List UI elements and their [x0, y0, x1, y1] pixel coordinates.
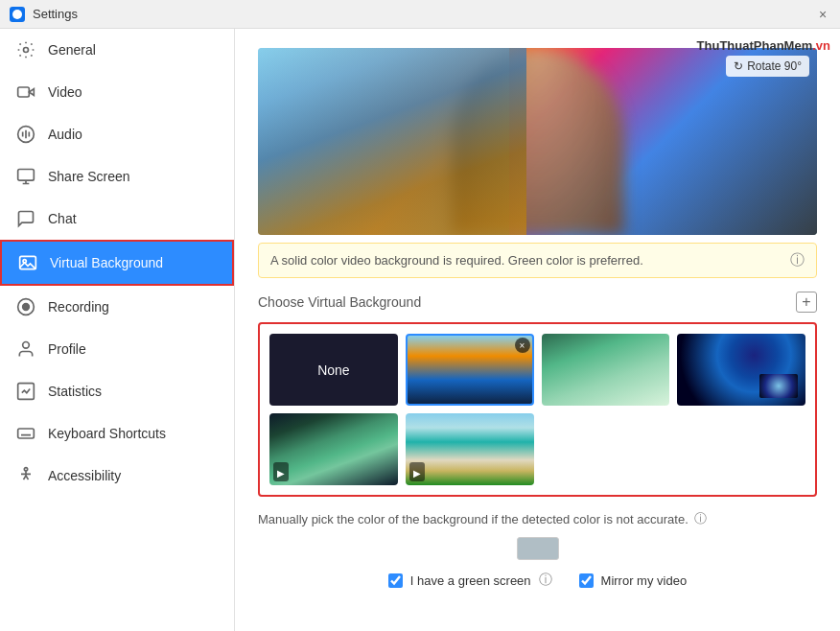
video-badge-icon-2: ▶: [413, 468, 421, 479]
bg-item-northern-lights[interactable]: ▶: [269, 413, 398, 485]
svg-point-0: [12, 10, 22, 19]
bg-item-space[interactable]: [677, 334, 805, 406]
rotate-icon: ↻: [734, 59, 743, 73]
sidebar-label-virtual-background: Virtual Background: [50, 255, 163, 270]
window-title: Settings: [33, 7, 78, 21]
sidebar-label-audio: Audio: [48, 127, 82, 142]
mirror-video-checkbox[interactable]: [579, 573, 594, 588]
content-area: ThuThuatPhanMem.vn ↻ Rotate 90° A solid …: [235, 29, 840, 631]
space-globe: [759, 374, 798, 398]
svg-point-9: [23, 342, 30, 349]
notice-bar: A solid color video background is requir…: [258, 243, 817, 278]
add-background-button[interactable]: +: [796, 292, 817, 313]
manual-pick-info-icon[interactable]: ⓘ: [694, 510, 707, 527]
green-screen-label: I have a green screen: [410, 573, 531, 588]
bg-item-nature[interactable]: [542, 334, 670, 406]
main-container: General Video Audio Share Screen Chat: [0, 29, 840, 631]
svg-rect-2: [18, 87, 30, 97]
mirror-video-row: Mirror my video: [579, 573, 688, 588]
sidebar-label-accessibility: Accessibility: [48, 468, 121, 483]
sidebar-label-keyboard-shortcuts: Keyboard Shortcuts: [48, 426, 166, 441]
green-screen-row: I have a green screen ⓘ: [388, 572, 552, 589]
sidebar-label-general: General: [48, 42, 96, 58]
bg-item-golden-gate[interactable]: ×: [406, 334, 534, 406]
bg-item-none[interactable]: None: [269, 334, 398, 406]
video-badge-icon-1: ▶: [277, 468, 285, 479]
mirror-video-label: Mirror my video: [601, 573, 688, 588]
title-bar-left: Settings: [10, 7, 78, 22]
keyboard-icon: [15, 423, 36, 444]
video-badge-2: ▶: [409, 462, 425, 481]
svg-rect-4: [18, 170, 35, 181]
share-screen-icon: [15, 166, 36, 187]
svg-rect-11: [18, 429, 35, 438]
app-icon: [10, 7, 25, 22]
color-swatch[interactable]: [517, 537, 559, 560]
sidebar-label-share-screen: Share Screen: [48, 169, 130, 184]
sidebar-label-recording: Recording: [48, 299, 109, 315]
green-screen-info-icon[interactable]: ⓘ: [539, 572, 552, 589]
sidebar-item-audio[interactable]: Audio: [0, 113, 234, 155]
svg-point-8: [23, 304, 30, 311]
bg-item-beach[interactable]: ▶: [406, 413, 534, 485]
sidebar-item-virtual-background[interactable]: Virtual Background: [0, 240, 234, 286]
background-grid: None × ▶ ▶: [258, 322, 817, 497]
video-badge-1: ▶: [273, 462, 289, 481]
sidebar: General Video Audio Share Screen Chat: [0, 29, 235, 631]
sidebar-label-statistics: Statistics: [48, 384, 102, 399]
sidebar-item-accessibility[interactable]: Accessibility: [0, 455, 234, 497]
rotate-button[interactable]: ↻ Rotate 90°: [726, 56, 809, 77]
sidebar-item-chat[interactable]: Chat: [0, 198, 234, 240]
sidebar-label-chat: Chat: [48, 211, 77, 226]
accessibility-icon: [15, 465, 36, 486]
video-icon: [15, 82, 36, 103]
remove-bg-button[interactable]: ×: [515, 338, 530, 353]
profile-icon: [15, 339, 36, 360]
notice-info-icon[interactable]: ⓘ: [790, 251, 805, 269]
audio-icon: [15, 124, 36, 145]
notice-text: A solid color video background is requir…: [270, 253, 643, 268]
title-bar: Settings ×: [0, 0, 840, 29]
statistics-icon: [15, 381, 36, 402]
sidebar-item-general[interactable]: General: [0, 29, 234, 71]
sidebar-label-profile: Profile: [48, 341, 86, 357]
sidebar-item-video[interactable]: Video: [0, 71, 234, 113]
sidebar-item-share-screen[interactable]: Share Screen: [0, 155, 234, 198]
section-header: Choose Virtual Background +: [258, 292, 817, 313]
sidebar-label-video: Video: [48, 84, 82, 100]
checkboxes-container: I have a green screen ⓘ Mirror my video: [258, 572, 817, 596]
manual-pick-text: Manually pick the color of the backgroun…: [258, 512, 688, 526]
sidebar-item-statistics[interactable]: Statistics: [0, 370, 234, 412]
section-title: Choose Virtual Background: [258, 294, 421, 310]
chat-icon: [15, 208, 36, 229]
gear-icon: [15, 39, 36, 60]
recording-icon: [15, 296, 36, 317]
green-screen-checkbox[interactable]: [388, 573, 403, 588]
sidebar-item-recording[interactable]: Recording: [0, 286, 234, 328]
sidebar-item-keyboard-shortcuts[interactable]: Keyboard Shortcuts: [0, 412, 234, 455]
video-overlay-left: [258, 48, 526, 235]
rotate-label: Rotate 90°: [747, 59, 802, 73]
manual-pick-row: Manually pick the color of the backgroun…: [258, 510, 817, 527]
svg-point-12: [24, 468, 27, 471]
close-button[interactable]: ×: [815, 7, 830, 22]
bg-none-label: None: [317, 362, 349, 378]
svg-point-1: [24, 48, 29, 53]
virtual-background-icon: [17, 252, 38, 273]
sidebar-item-profile[interactable]: Profile: [0, 328, 234, 370]
video-preview: ↻ Rotate 90°: [258, 48, 817, 235]
